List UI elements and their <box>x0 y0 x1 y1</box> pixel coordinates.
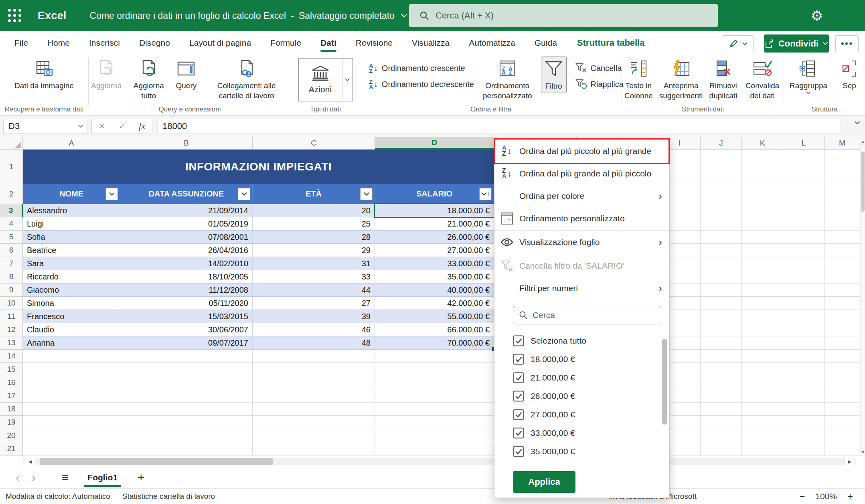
tab-struttura-tabella[interactable]: Struttura tabella <box>567 31 655 54</box>
grid-cell[interactable] <box>824 350 860 363</box>
table-cell[interactable]: 05/11/2020 <box>120 297 253 310</box>
table-cell[interactable]: 27.000,00 € <box>375 244 494 257</box>
row-header-20[interactable]: 20 <box>0 429 23 442</box>
table-cell[interactable]: 66.000,00 € <box>375 323 494 336</box>
grid-cell[interactable] <box>742 363 783 376</box>
row-header-6[interactable]: 6 <box>0 244 23 257</box>
table-cell[interactable]: 44 <box>253 283 375 297</box>
grid-cell[interactable] <box>120 363 253 376</box>
grid-cell[interactable] <box>23 429 120 442</box>
tab-revisione[interactable]: Revisione <box>346 31 402 54</box>
grid-cell[interactable] <box>701 376 742 389</box>
grid-cell[interactable] <box>783 244 824 257</box>
grid-cell[interactable] <box>23 389 120 403</box>
raggruppa-button[interactable]: Raggruppa <box>787 57 830 96</box>
grid-cell[interactable] <box>824 363 860 376</box>
grid-cell[interactable] <box>701 350 742 363</box>
grid-cell[interactable] <box>23 363 120 376</box>
tab-inserisci[interactable]: Inserisci <box>79 31 130 54</box>
dati-da-immagine-button[interactable]: Dati da immagine <box>12 57 76 92</box>
grid-cell[interactable] <box>23 403 120 416</box>
grid-cell[interactable] <box>375 403 494 416</box>
row-header-3[interactable]: 3 <box>0 204 23 217</box>
row-header-11[interactable]: 11 <box>0 310 23 323</box>
filter-checkbox-35-000-00[interactable]: 35.000,00 € <box>494 442 669 461</box>
table-cell[interactable]: Alessandro <box>23 204 120 217</box>
table-cell[interactable]: 30/06/2007 <box>120 323 253 336</box>
grid-cell[interactable] <box>824 217 860 231</box>
grid-cell[interactable] <box>253 376 375 389</box>
grid-cell[interactable] <box>783 150 824 184</box>
table-cell[interactable]: Giacomo <box>23 283 120 297</box>
tab-disegno[interactable]: Disegno <box>130 31 180 54</box>
row-header-4[interactable]: 4 <box>0 217 23 231</box>
grid-cell[interactable] <box>742 184 783 204</box>
grid-cell[interactable] <box>701 297 742 310</box>
filter-button-nome[interactable] <box>105 188 118 200</box>
convalida-dati-button[interactable]: Convalida dei dati <box>741 57 784 102</box>
grid-cell[interactable] <box>701 231 742 244</box>
name-box[interactable]: D3 <box>3 119 87 134</box>
col-header-J[interactable]: J <box>701 137 742 150</box>
grid-cell[interactable] <box>701 336 742 350</box>
grid-cell[interactable] <box>824 244 860 257</box>
row-header-12[interactable]: 12 <box>0 323 23 336</box>
row-header-13[interactable]: 13 <box>0 336 23 350</box>
filter-button-età[interactable] <box>360 188 373 200</box>
table-cell[interactable]: 29 <box>253 244 375 257</box>
grid-cell[interactable] <box>824 231 860 244</box>
row-header-10[interactable]: 10 <box>0 297 23 310</box>
grid-cell[interactable] <box>742 389 783 403</box>
grid-cell[interactable] <box>742 416 783 429</box>
draw-tool-button[interactable] <box>722 35 754 52</box>
col-header-D[interactable]: D <box>375 137 494 150</box>
calc-mode-status[interactable]: Modalità di calcolo: Automatico <box>6 492 110 501</box>
filter-checkbox-21-000-00[interactable]: 21.000,00 € <box>494 368 669 387</box>
grid-cell[interactable] <box>824 389 860 403</box>
share-button[interactable]: Condividi <box>764 34 829 53</box>
next-sheet-icon[interactable]: › <box>26 471 42 484</box>
row-header-18[interactable]: 18 <box>0 403 23 416</box>
menu-scrollbar-thumb[interactable] <box>662 339 667 425</box>
table-header-età[interactable]: ETÀ <box>253 184 375 204</box>
grid-cell[interactable] <box>783 389 824 403</box>
menu-item-ordina-dal-più-grande-al-più-piccolo[interactable]: ZA↓Ordina dal più grande al più piccolo <box>494 162 669 185</box>
grid-cell[interactable] <box>824 257 860 270</box>
expand-formula-bar-icon[interactable] <box>855 121 860 125</box>
table-cell[interactable]: 40.000,00 € <box>375 283 494 297</box>
grid-cell[interactable] <box>783 416 824 429</box>
table-cell[interactable]: 28 <box>253 231 375 244</box>
col-header-B[interactable]: B <box>120 137 253 150</box>
grid-cell[interactable] <box>375 442 494 455</box>
azioni-dropdown[interactable] <box>342 59 352 101</box>
grid-cell[interactable] <box>783 297 824 310</box>
table-cell[interactable]: 01/05/2019 <box>120 217 253 231</box>
table-cell[interactable]: 48 <box>253 336 375 350</box>
workbook-statistics[interactable]: Statistiche cartella di lavoro <box>122 492 215 501</box>
row-header-7[interactable]: 7 <box>0 257 23 270</box>
grid-cell[interactable] <box>783 204 824 217</box>
col-header-M[interactable]: M <box>824 137 860 150</box>
grid-cell[interactable] <box>253 429 375 442</box>
grid-cell[interactable] <box>375 389 494 403</box>
grid-cell[interactable] <box>824 403 860 416</box>
grid-cell[interactable] <box>742 270 783 283</box>
grid-cell[interactable] <box>23 442 120 455</box>
grid-cell[interactable] <box>742 442 783 455</box>
menu-item-visualizzazione-foglio[interactable]: Visualizzazione foglio› <box>494 231 669 253</box>
grid-cell[interactable] <box>783 376 824 389</box>
filter-checkbox-18-000-00[interactable]: 18.000,00 € <box>494 350 669 368</box>
table-cell[interactable]: 07/08/2001 <box>120 231 253 244</box>
grid-cell[interactable] <box>783 442 824 455</box>
grid-cell[interactable] <box>701 310 742 323</box>
table-header-nome[interactable]: NOME <box>23 184 120 204</box>
tab-automatizza[interactable]: Automatizza <box>459 31 525 54</box>
table-cell[interactable]: 70.000,00 € <box>375 336 494 350</box>
grid-cell[interactable] <box>701 204 742 217</box>
filter-search-box[interactable] <box>513 306 661 324</box>
table-cell[interactable]: 27 <box>253 297 375 310</box>
filter-button-salario[interactable]: ↑ <box>479 188 492 200</box>
table-cell[interactable]: Arianna <box>23 336 120 350</box>
grid-cell[interactable] <box>701 184 742 204</box>
apply-filter-button[interactable]: Applica <box>513 471 575 493</box>
